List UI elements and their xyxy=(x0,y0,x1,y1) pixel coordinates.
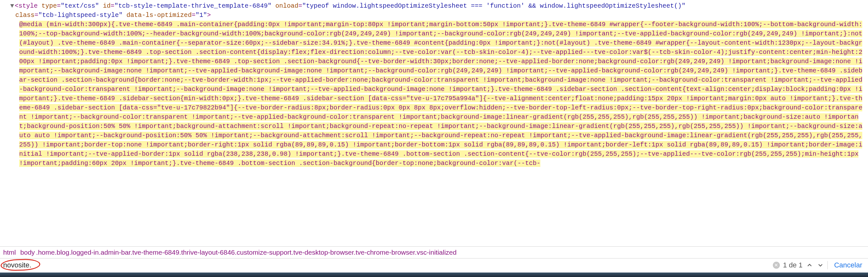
attr-class-name: class xyxy=(15,11,34,19)
chevron-up-icon xyxy=(807,263,812,268)
breadcrumb-separator xyxy=(17,249,19,256)
expand-triangle-icon[interactable]: ▼ xyxy=(10,1,15,10)
attr-datals-name: data-ls-optimized xyxy=(126,11,192,19)
breadcrumb-body-classes[interactable]: .home.blog.logged-in.admin-bar.tve-theme… xyxy=(36,249,457,256)
tag-open-bracket: < xyxy=(15,2,19,9)
tag-close-bracket: > xyxy=(207,11,211,19)
element-open-tag-line[interactable]: ▼<style type="text/css" id="tcb-style-te… xyxy=(0,1,868,10)
dom-tree-panel: ▼<style type="text/css" id="tcb-style-te… xyxy=(0,0,868,246)
search-match-count: 1 de 1 xyxy=(783,261,803,269)
element-open-tag-line-2[interactable]: class="tcb-lightspeed-style" data-ls-opt… xyxy=(0,10,868,20)
attr-type-value: "text/css" xyxy=(61,2,99,9)
search-bar: ✕ 1 de 1 Cancelar xyxy=(0,258,868,273)
cancel-search-button[interactable]: Cancelar xyxy=(831,261,865,269)
css-rules-text: @media (min-width:300px){.tve-theme-6849… xyxy=(19,21,862,167)
clear-search-icon[interactable]: ✕ xyxy=(773,262,780,269)
window-bottom-edge xyxy=(0,273,868,277)
prev-match-button[interactable] xyxy=(806,262,813,269)
breadcrumb-bar[interactable]: html body.home.blog.logged-in.admin-bar.… xyxy=(0,246,868,258)
attr-onload-name: onload xyxy=(275,2,298,9)
attr-type-name: type xyxy=(41,2,57,9)
attr-datals-value: "1" xyxy=(195,11,207,19)
attr-onload-value: "typeof window.lightspeedOptimizeStylesh… xyxy=(302,2,685,9)
search-divider xyxy=(828,261,828,269)
attr-id-name: id xyxy=(103,2,111,9)
search-input[interactable] xyxy=(3,260,770,271)
tag-name: style xyxy=(19,2,38,9)
breadcrumb-html[interactable]: html xyxy=(3,249,16,256)
style-text-content[interactable]: @media (min-width:300px){.tve-theme-6849… xyxy=(0,20,868,168)
breadcrumb-body-tag[interactable]: body xyxy=(21,249,35,256)
chevron-down-icon xyxy=(818,263,823,268)
next-match-button[interactable] xyxy=(816,262,824,269)
attr-class-value: "tcb-lightspeed-style" xyxy=(38,11,123,19)
attr-id-value: "tcb-style-template-thrive_template-6849… xyxy=(114,2,272,9)
